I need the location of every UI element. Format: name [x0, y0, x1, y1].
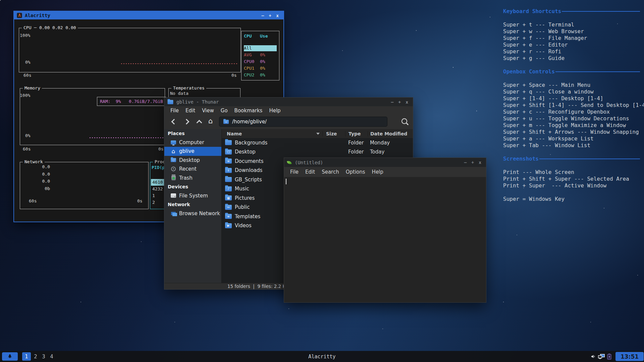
system-tray: 13:51: [591, 351, 644, 362]
legend-row-cpu2[interactable]: CPU20%: [244, 72, 277, 78]
menu-item[interactable]: Go: [217, 108, 231, 114]
legend-row-cpu0[interactable]: CPU00%: [244, 59, 277, 65]
minimize-button[interactable]: –: [464, 160, 467, 165]
thunar-menubar: FileEditViewGoBookmarksHelp: [164, 106, 413, 115]
back-icon[interactable]: [171, 119, 177, 125]
up-icon[interactable]: [197, 120, 202, 126]
folder-icon: ↔: [225, 205, 232, 210]
workspace-3[interactable]: 3: [40, 352, 48, 361]
close-button[interactable]: x: [276, 13, 279, 18]
conky-line: Print + Super --- Active Window: [503, 182, 640, 189]
conky-section-title: Screenshots: [503, 156, 539, 162]
temperatures-box-title: Temperatures: [171, 85, 206, 90]
file-name: Downloads: [235, 167, 262, 173]
path-bar[interactable]: ⌂ /home/gblive/: [219, 117, 387, 127]
window-title: (Untitled): [295, 160, 323, 165]
battery-icon[interactable]: [607, 354, 611, 360]
minimize-button[interactable]: –: [262, 13, 264, 18]
conky-line: Super + Tab --- Window List: [503, 142, 640, 149]
workspace-1[interactable]: 1: [22, 352, 31, 361]
file-name: Pictures: [235, 195, 255, 201]
memory-x-right: 0s: [158, 146, 164, 152]
sidebar-item-desktop[interactable]: □Desktop: [164, 156, 221, 165]
sidebar-item-file-system[interactable]: File System: [164, 191, 221, 200]
thunar-titlebar[interactable]: gblive - Thunar – + x: [164, 98, 413, 106]
menu-item[interactable]: Help: [266, 108, 284, 114]
home-icon[interactable]: ⌂: [208, 117, 213, 125]
column-size[interactable]: Size: [322, 131, 345, 136]
cpu-y-min: 0%: [25, 60, 31, 65]
column-name[interactable]: Name: [222, 131, 322, 136]
sidebar-item-recent[interactable]: Recent: [164, 165, 221, 174]
folder-icon: ♪: [225, 186, 232, 191]
alacritty-icon: Λ: [17, 13, 22, 18]
thunar-sidebar: Places Computer ⌂gblive □Desktop Recent …: [164, 129, 222, 283]
conky-line: Super + e --- Editor: [503, 42, 640, 48]
alacritty-titlebar[interactable]: Λ Alacritty – + x: [14, 11, 283, 19]
network-y-labels: 0.00.00.00b: [31, 163, 50, 192]
workspace-4[interactable]: 4: [48, 352, 56, 361]
volume-icon[interactable]: [591, 354, 596, 359]
maximize-button[interactable]: +: [398, 100, 401, 105]
legend-row-all[interactable]: All: [244, 45, 277, 51]
file-name: Music: [235, 186, 249, 192]
close-button[interactable]: x: [479, 160, 481, 165]
status-text: 15 folders | 9 files: 2.2 KiB: [164, 284, 290, 289]
conky-section-openbox-controls: Openbox Controls Super + Space --- Main …: [503, 68, 640, 149]
conky-line: Super + Space --- Main Menu: [503, 82, 640, 88]
file-row[interactable]: □Desktop Folder Today: [222, 147, 413, 157]
conky-overlay: Keyboard Shortcuts Super + t --- Termina…: [503, 8, 640, 209]
memory-usage-line: [90, 137, 164, 138]
path-folder-icon: ⌂: [223, 120, 229, 124]
menu-item[interactable]: Edit: [182, 108, 199, 114]
conky-line: Super + r --- Rofi: [503, 48, 640, 55]
conky-line: Super + w --- Web Browser: [503, 28, 640, 35]
minimize-button[interactable]: –: [391, 100, 394, 105]
conky-line: Super + m --- Toggle Maximize a Window: [503, 122, 640, 129]
folder-icon: □: [225, 149, 232, 155]
sidebar-header-network: Network: [164, 200, 221, 209]
network-x-right: 0s: [137, 198, 143, 203]
file-name: Public: [235, 204, 250, 210]
forward-icon[interactable]: [184, 119, 190, 125]
search-icon[interactable]: [401, 118, 407, 124]
path-text: /home/gblive/: [232, 119, 267, 125]
menu-item[interactable]: Bookmarks: [231, 108, 266, 114]
column-type[interactable]: Type: [345, 131, 368, 136]
close-button[interactable]: x: [406, 100, 408, 105]
file-name: Templates: [235, 214, 260, 220]
folder-icon: ↓: [225, 168, 232, 173]
menu-item[interactable]: File: [167, 108, 182, 114]
conky-section-screenshots: Screenshots Print --- Whole ScreenPrint …: [503, 156, 640, 202]
display-icon[interactable]: [598, 354, 605, 360]
launcher-button[interactable]: [2, 352, 18, 361]
sidebar-item-browse-network[interactable]: Browse Network: [164, 209, 221, 218]
workspace-2[interactable]: 2: [32, 352, 40, 361]
legend-row-cpu1[interactable]: CPU10%: [244, 65, 277, 71]
cpu-legend-box: CPUUse All AVG0% CPU00% CPU10% CPU20%: [241, 31, 279, 80]
editor-titlebar[interactable]: (Untitled) – + x: [284, 158, 486, 167]
legend-row-avg[interactable]: AVG0%: [244, 52, 277, 58]
sidebar-item-trash[interactable]: Trash: [164, 174, 221, 183]
menu-item[interactable]: File: [287, 169, 302, 175]
taskbar-task-alacritty[interactable]: Alacritty: [308, 351, 335, 362]
conky-line: Print --- Whole Screen: [503, 169, 640, 176]
menu-item[interactable]: Search: [318, 169, 342, 175]
sidebar-item-gblive[interactable]: ⌂gblive: [164, 147, 221, 156]
menu-item[interactable]: Options: [342, 169, 369, 175]
menu-item[interactable]: View: [199, 108, 217, 114]
editor-text-area[interactable]: [284, 177, 486, 302]
maximize-button[interactable]: +: [471, 160, 474, 165]
conky-line: Super + a --- Workspace List: [503, 135, 640, 142]
sidebar-item-computer[interactable]: Computer: [164, 138, 221, 147]
menu-item[interactable]: Edit: [302, 169, 318, 175]
column-date-modified[interactable]: Date Modified: [368, 131, 413, 136]
conky-line: Super + g --- Guide: [503, 55, 640, 62]
menu-item[interactable]: Help: [369, 169, 387, 175]
legend-col-use: Use: [260, 33, 268, 39]
maximize-button[interactable]: +: [269, 13, 271, 18]
conky-line: Super + u --- Toggle Window Decorations: [503, 115, 640, 122]
conky-line: Super + q --- Close a window: [503, 88, 640, 95]
network-y-label: 0.0: [31, 178, 50, 185]
file-row[interactable]: Backgrounds Folder Monday: [222, 138, 413, 147]
